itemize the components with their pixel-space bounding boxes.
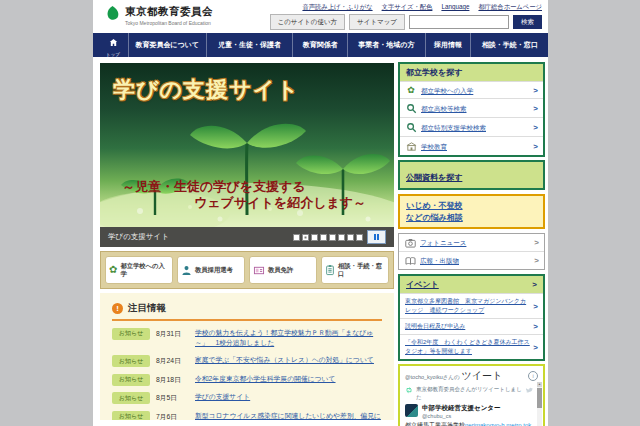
news-link[interactable]: 新型コロナウイルス感染症に関連したいじめや差別、偏見について考える教材を作成しま… xyxy=(195,411,382,420)
twitter-bird-icon xyxy=(525,386,533,397)
retweet-row: 東京都教育委員会さんがリツイートしました xyxy=(405,386,533,401)
school-search-heading: 都立学校を探す xyxy=(400,64,543,81)
chevron-right-icon: > xyxy=(533,104,538,113)
link-font-size[interactable]: 文字サイズ・配色 xyxy=(382,3,433,12)
events-box: イベント > 東京都立多摩図書館 東京マガジンバンクカレッジ 連続ワークショップ… xyxy=(398,274,545,361)
public-docs-link[interactable]: 公開資料を探す xyxy=(406,173,462,182)
event-link[interactable]: 説明会日程及び申込み xyxy=(405,322,530,331)
link-voice-reading[interactable]: 音声読み上げ・ふりがな xyxy=(302,3,372,12)
quick-button-teacher-license[interactable]: 教員免許 xyxy=(249,256,317,284)
search-icon xyxy=(405,122,417,133)
carousel-dot-1[interactable] xyxy=(293,234,300,241)
scrollbar-thumb[interactable] xyxy=(537,388,542,408)
sitemap-button[interactable]: サイトマップ xyxy=(349,14,405,30)
sidebar-link[interactable]: フォトニュース xyxy=(420,238,466,247)
public-docs-box: 公開資料を探す xyxy=(398,160,545,190)
event-item[interactable]: 東京都立多摩図書館 東京マガジンバンクカレッジ 連続ワークショップ > xyxy=(400,293,543,318)
tweet-author-row: 中部学校経営支援センター @chubu_cs xyxy=(405,404,533,419)
sidebar-item-publications[interactable]: 広報・出版物 > xyxy=(399,251,544,269)
nav-item-educators[interactable]: 教育関係者 xyxy=(293,33,348,57)
nav-item-about[interactable]: 教育委員会について xyxy=(129,33,207,57)
sidebar-link[interactable]: 都立高校等検索 xyxy=(421,104,467,113)
news-date: 7月6日 xyxy=(156,411,189,420)
sidebar-link[interactable]: 学校教育 xyxy=(421,142,447,151)
event-link[interactable]: 「令和2年度 わくわくどきどき夏休み工作スタジオ」等を開催します xyxy=(405,338,530,356)
search-button[interactable]: 検索 xyxy=(513,15,542,29)
events-header: イベント > xyxy=(400,276,543,293)
avatar[interactable] xyxy=(405,404,418,417)
twitter-header-title: ツイート xyxy=(462,369,503,383)
scroll-up-icon[interactable]: ▲ xyxy=(537,382,542,387)
home-icon xyxy=(109,33,118,51)
license-card-icon xyxy=(253,265,265,276)
carousel-caption: 学びの支援サイト xyxy=(108,232,169,242)
nav-item-community[interactable]: 事業者・地域の方 xyxy=(348,33,426,57)
news-row: お知らせ 7月6日 新型コロナウイルス感染症に関連したいじめや差別、偏見について… xyxy=(112,411,382,420)
chevron-right-icon: > xyxy=(534,238,539,247)
how-to-use-button[interactable]: このサイトの使い方 xyxy=(270,14,346,30)
carousel-pause-button[interactable] xyxy=(367,230,386,244)
book-icon xyxy=(404,256,416,266)
carousel-dot-3[interactable] xyxy=(311,234,318,241)
twitter-feed: 東京都教育委員会さんがリツイートしました 中部学校経営支援センター @chubu… xyxy=(400,385,543,426)
carousel-dot-6[interactable] xyxy=(338,234,345,241)
sidebar-item-photo-news[interactable]: フォトニュース > xyxy=(399,234,544,251)
sidebar-item-school-education[interactable]: 学校教育 > xyxy=(400,136,543,155)
news-link[interactable]: 令和2年度東京都小学生科学展の開催について xyxy=(195,374,336,385)
flower-icon: ✿ xyxy=(405,86,417,95)
site-logo[interactable]: 東京都教育委員会 Tokyo Metropolitan Board of Edu… xyxy=(104,5,213,26)
sidebar-item-admission[interactable]: ✿ 都立学校への入学 > xyxy=(400,81,543,98)
content-area: 東京都教育委員会 Tokyo Metropolitan Board of Edu… xyxy=(93,0,548,426)
quick-button-consultation[interactable]: 相談・手続・窓口 xyxy=(321,256,389,284)
consultation-box: いじめ・不登校 などの悩み相談 xyxy=(398,194,545,229)
nav-home-tab[interactable]: トップ xyxy=(98,33,129,57)
carousel-dots xyxy=(293,234,363,241)
carousel-dot-2[interactable] xyxy=(302,234,309,241)
news-badge: お知らせ xyxy=(112,411,150,420)
consultation-link-line2[interactable]: などの悩み相談 xyxy=(406,212,537,224)
chevron-right-icon: > xyxy=(533,322,538,331)
nav-item-students[interactable]: 児童・生徒・保護者 xyxy=(207,33,294,57)
page-canvas: 東京都教育委員会 Tokyo Metropolitan Board of Edu… xyxy=(0,0,640,426)
event-item[interactable]: 「令和2年度 わくわくどきどき夏休み工作スタジオ」等を開催します > xyxy=(400,334,543,359)
news-link[interactable]: 学びの支援サイト xyxy=(195,392,250,403)
carousel-dot-5[interactable] xyxy=(329,234,336,241)
events-heading-link[interactable]: イベント xyxy=(406,279,439,290)
consultation-link-line1[interactable]: いじめ・不登校 xyxy=(406,200,537,212)
news-badge: お知らせ xyxy=(112,355,150,367)
carousel-dot-7[interactable] xyxy=(347,234,354,241)
nav-item-recruit[interactable]: 採用情報 xyxy=(426,33,472,57)
carousel-dot-4[interactable] xyxy=(320,234,327,241)
chevron-right-icon: > xyxy=(533,343,538,352)
media-links-box: フォトニュース > 広報・出版物 > xyxy=(398,233,545,270)
quick-button-teacher-recruit[interactable]: 教員採用選考 xyxy=(177,256,245,284)
sidebar-link[interactable]: 都立学校への入学 xyxy=(421,86,473,95)
quick-button-label: 教員採用選考 xyxy=(195,266,233,274)
carousel-dot-8[interactable] xyxy=(356,234,363,241)
sidebar-link[interactable]: 広報・出版物 xyxy=(420,256,459,265)
sidebar-item-special-school-search[interactable]: 都立特別支援学校検索 > xyxy=(400,117,543,136)
info-icon[interactable]: i xyxy=(528,371,538,381)
quick-button-admission[interactable]: ✿ 都立学校への入学 xyxy=(105,256,173,284)
search-input[interactable] xyxy=(409,15,509,29)
featured-news-panel: ! 注目情報 お知らせ 8月31日 学校の魅力を伝えよう！都立学校魅力ＰＲ動画「… xyxy=(100,293,394,420)
link-tocho-home[interactable]: 都庁総合ホームページ xyxy=(478,3,542,12)
link-language[interactable]: Language xyxy=(441,3,469,12)
chevron-right-icon: > xyxy=(532,280,537,289)
person-icon xyxy=(181,265,192,276)
sidebar-item-highschool-search[interactable]: 都立高校等検索 > xyxy=(400,98,543,117)
tweet-author-handle[interactable]: @chubu_cs xyxy=(422,413,500,419)
global-nav: トップ 教育委員会について 児童・生徒・保護者 教育関係者 事業者・地域の方 採… xyxy=(93,33,548,57)
twitter-scrollbar[interactable]: ▲ ▼ xyxy=(537,382,542,426)
chevron-right-icon: > xyxy=(533,86,538,95)
event-item[interactable]: 説明会日程及び申込み > xyxy=(400,318,543,334)
event-link[interactable]: 東京都立多摩図書館 東京マガジンバンクカレッジ 連続ワークショップ xyxy=(405,297,530,315)
sidebar-link[interactable]: 都立特別支援学校検索 xyxy=(421,123,486,132)
nav-item-contact[interactable]: 相談・手続・窓口 xyxy=(471,33,548,57)
featured-news-title: 注目情報 xyxy=(128,302,166,315)
tweet-author-name[interactable]: 中部学校経営支援センター xyxy=(422,404,500,413)
news-row: お知らせ 8月24日 家庭で学ぶ「不安や悩み（ストレス）への対処」について xyxy=(112,355,382,367)
news-link[interactable]: 家庭で学ぶ「不安や悩み（ストレス）への対処」について xyxy=(195,355,374,366)
hero-banner[interactable]: 学びの支援サイト ～児童・生徒の学びを支援する ウェブサイトを紹介します～ xyxy=(100,63,394,227)
news-link[interactable]: 学校の魅力を伝えよう！都立学校魅力ＰＲ動画「まなびゅ～」 1校分追加しました xyxy=(195,328,382,349)
